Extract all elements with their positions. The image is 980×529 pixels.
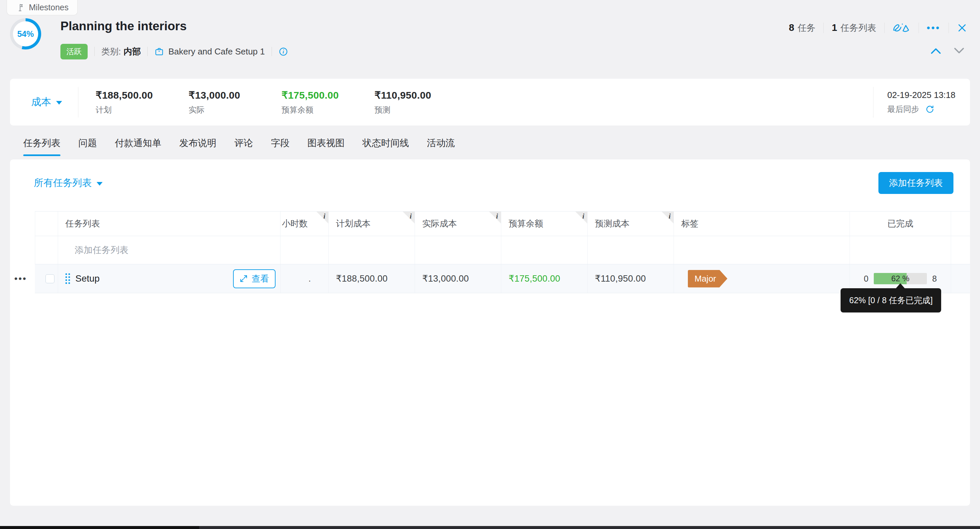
divider (885, 22, 885, 33)
tab-tasklists[interactable]: 任务列表 (23, 137, 60, 156)
planned-cost: ₹188,500.00 (336, 273, 388, 284)
row-forecast-cost-cell: ₹110,950.00 (588, 264, 674, 293)
refresh-icon[interactable] (925, 105, 934, 114)
add-tasklist-button[interactable]: 添加任务列表 (878, 172, 953, 194)
progress-tooltip: 62% [0 / 8 任务已完成] (840, 288, 941, 312)
actual-cost-label: 实际 (189, 105, 264, 115)
divider (78, 87, 78, 118)
status-badge[interactable]: 活跃 (60, 44, 88, 59)
cost-item-budget-balance: ₹175,500.00 预算余额 (282, 89, 357, 115)
row-planned-cost-cell: ₹188,500.00 (329, 264, 415, 293)
row-budget-balance-cell: ₹175,500.00 (501, 264, 588, 293)
cost-item-forecast: ₹110,950.00 预测 (374, 89, 450, 115)
tab-fields[interactable]: 字段 (271, 137, 290, 156)
tasks-count-stat: 8任务 (789, 22, 815, 34)
tag-major[interactable]: Major (688, 270, 727, 288)
caret-down-icon (56, 101, 62, 105)
divider (94, 47, 95, 56)
forecast-cost-label: 预测 (374, 105, 450, 115)
row-checkbox[interactable] (46, 274, 54, 283)
completion-progress: 0 62 % 8 (864, 273, 937, 284)
forecast-cost: ₹110,950.00 (595, 273, 646, 284)
tab-activity-stream[interactable]: 活动流 (427, 137, 455, 156)
column-info-icon[interactable] (317, 212, 328, 223)
milestones-tab[interactable]: Milestones (6, 0, 78, 15)
tab-payment-notices[interactable]: 付款通知单 (115, 137, 161, 156)
tasklist-filter-dropdown[interactable]: 所有任务列表 (34, 176, 103, 190)
view-button-label: 查看 (251, 273, 269, 285)
row-actual-cost-cell: ₹13,000.00 (415, 264, 501, 293)
project-name: Bakery and Cafe Setup 1 (168, 46, 265, 57)
planned-cost-label: 计划 (95, 105, 171, 115)
milestone-nav (930, 47, 965, 54)
page-title: Planning the interiors (60, 19, 186, 33)
info-icon[interactable] (278, 47, 288, 56)
header-cell-budget-balance[interactable]: 预算余额 i (501, 212, 588, 236)
expand-arrows-icon (240, 275, 248, 283)
row-tags-cell: Major (674, 264, 850, 293)
tasklist-toolbar: 所有任务列表 添加任务列表 (10, 159, 970, 194)
more-horizontal-icon[interactable]: ••• (927, 22, 940, 33)
header-cell-hours[interactable]: 小时数 i (280, 212, 329, 236)
last-sync-block: 02-19-2025 13:18 最后同步 (873, 87, 955, 118)
actual-cost: ₹13,000.00 (422, 273, 469, 284)
header-cell-planned-cost[interactable]: 计划成本 i (329, 212, 415, 236)
header-cell-tags[interactable]: 标签 (674, 212, 850, 236)
column-info-icon[interactable] (575, 212, 587, 223)
category-label: 类别: (101, 46, 121, 56)
budget-balance-label: 预算余额 (282, 105, 357, 115)
tab-issues[interactable]: 问题 (78, 137, 97, 156)
milestone-tabs: 任务列表 问题 付款通知单 发布说明 评论 字段 图表视图 状态时间线 活动流 (23, 137, 455, 156)
drag-handle-icon[interactable] (65, 273, 70, 284)
divider (147, 47, 148, 56)
row-hours-cell: . (280, 264, 329, 293)
view-button[interactable]: 查看 (233, 269, 275, 288)
last-sync-label: 最后同步 (888, 104, 919, 115)
category-value: 内部 (124, 46, 141, 56)
tasklist-name[interactable]: Setup (75, 273, 100, 284)
tasklist-table: 任务列表 小时数 i 计划成本 i 实际成本 i 预算余额 i 预测成本 i 标… (35, 211, 970, 293)
briefcase-icon (154, 47, 164, 56)
progress-percent-label: 62 % (874, 273, 927, 284)
cost-type-dropdown[interactable]: 成本 (31, 95, 62, 109)
row-more-icon[interactable]: ••• (14, 273, 27, 284)
column-info-icon[interactable] (662, 212, 674, 223)
milestone-signpost-icon (16, 3, 25, 12)
tab-comments[interactable]: 评论 (234, 137, 253, 156)
cost-summary-card: 成本 ₹188,500.00 计划 ₹13,000.00 实际 ₹175,500… (10, 79, 970, 126)
column-info-icon[interactable] (402, 212, 415, 223)
row-select-cell (35, 264, 58, 293)
milestone-meta-row: 活跃 类别:内部 Bakery and Cafe Setup 1 (60, 44, 288, 59)
header-cell-actual-cost[interactable]: 实际成本 i (415, 212, 501, 236)
tab-chart-view[interactable]: 图表视图 (307, 137, 345, 156)
bottom-window-edge (0, 526, 980, 529)
budget-balance: ₹175,500.00 (509, 273, 560, 284)
chevron-up-icon[interactable] (930, 47, 942, 54)
chevron-down-icon[interactable] (953, 47, 965, 54)
table-header-row: 任务列表 小时数 i 计划成本 i 实际成本 i 预算余额 i 预测成本 i 标… (35, 211, 970, 236)
zia-icon[interactable] (892, 22, 911, 34)
forecast-cost-value: ₹110,950.00 (374, 89, 450, 101)
header-cell-extra (951, 212, 970, 236)
cost-type-label: 成本 (31, 95, 51, 109)
tab-release-notes[interactable]: 发布说明 (179, 137, 216, 156)
tab-status-timeline[interactable]: 状态时间线 (363, 137, 409, 156)
project-link[interactable]: Bakery and Cafe Setup 1 (154, 46, 265, 57)
header-cell-forecast-cost[interactable]: 预测成本 i (588, 212, 674, 236)
column-info-icon[interactable] (489, 212, 501, 223)
header-cell-select (35, 212, 58, 236)
header-cell-tasklist[interactable]: 任务列表 (58, 212, 280, 236)
add-tasklist-row[interactable]: 添加任务列表 (35, 236, 970, 264)
tasklists-count-stat: 1任务列表 (832, 22, 876, 34)
divider (823, 22, 824, 33)
tasklists-count-label: 任务列表 (840, 23, 877, 33)
add-tasklist-placeholder: 添加任务列表 (75, 244, 129, 256)
budget-balance-value: ₹175,500.00 (282, 89, 357, 101)
progress-bar: 62 % (874, 273, 927, 284)
planned-cost-value: ₹188,500.00 (95, 89, 171, 101)
actual-cost-value: ₹13,000.00 (189, 89, 264, 101)
milestone-progress-ring: 54% (10, 18, 41, 49)
close-icon[interactable] (957, 22, 967, 33)
header-cell-completed[interactable]: 已完成 (850, 212, 951, 236)
tasklist-row-setup: ••• Setup 查看 . ₹188,500.00 ₹13,000.00 ₹1… (35, 264, 970, 293)
